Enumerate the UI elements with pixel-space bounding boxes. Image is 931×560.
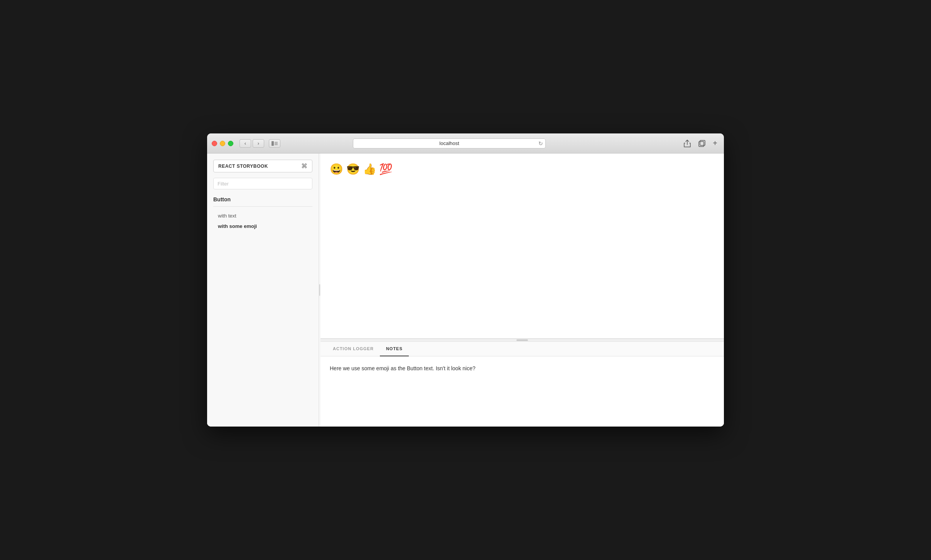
sidebar: REACT STORYBOOK ⌘ Button with text with … bbox=[207, 153, 319, 427]
main-area: 😀 😎 👍 💯 ACTION LOGGER NOTES bbox=[320, 153, 724, 427]
sidebar-resizer[interactable] bbox=[319, 153, 320, 427]
emoji-button[interactable]: 😀 😎 👍 💯 bbox=[330, 163, 393, 175]
back-icon: ‹ bbox=[245, 140, 246, 146]
svg-rect-1 bbox=[275, 142, 278, 143]
sidebar-toggle-button[interactable] bbox=[269, 139, 280, 148]
bottom-tabs: ACTION LOGGER NOTES bbox=[320, 342, 724, 356]
tab-button[interactable] bbox=[696, 139, 708, 148]
svg-rect-0 bbox=[272, 141, 274, 146]
nav-buttons: ‹ › bbox=[239, 139, 264, 148]
reload-button[interactable]: ↻ bbox=[538, 140, 543, 147]
url-display: localhost bbox=[439, 140, 459, 146]
new-tab-icon: + bbox=[713, 139, 717, 148]
bottom-panel: ACTION LOGGER NOTES Here we use some emo… bbox=[320, 342, 724, 427]
sidebar-toggle-icon bbox=[272, 141, 278, 146]
svg-rect-3 bbox=[275, 144, 278, 145]
forward-button[interactable]: › bbox=[253, 139, 264, 148]
forward-icon: › bbox=[258, 140, 259, 146]
story-item-with-text[interactable]: with text bbox=[213, 211, 312, 221]
emoji-content: 😀 😎 👍 💯 bbox=[330, 163, 393, 175]
resize-indicator bbox=[516, 339, 528, 341]
svg-rect-2 bbox=[275, 143, 278, 144]
title-bar: ‹ › localhost ↻ bbox=[207, 133, 724, 153]
share-icon bbox=[684, 140, 691, 147]
browser-window: ‹ › localhost ↻ bbox=[207, 133, 724, 427]
storybook-label: REACT STORYBOOK bbox=[218, 164, 268, 169]
section-title: Button bbox=[213, 196, 312, 202]
address-bar[interactable]: localhost ↻ bbox=[353, 138, 546, 148]
share-button[interactable] bbox=[681, 139, 693, 148]
resize-handle[interactable] bbox=[320, 339, 724, 342]
traffic-lights bbox=[212, 141, 233, 146]
bottom-content: Here we use some emoji as the Button tex… bbox=[320, 356, 724, 427]
tab-action-logger[interactable]: ACTION LOGGER bbox=[327, 342, 380, 356]
storybook-button[interactable]: REACT STORYBOOK ⌘ bbox=[213, 160, 312, 172]
preview-pane: 😀 😎 👍 💯 bbox=[320, 153, 724, 339]
svg-rect-5 bbox=[700, 140, 705, 145]
maximize-button[interactable] bbox=[228, 141, 233, 146]
minimize-button[interactable] bbox=[220, 141, 225, 146]
story-item-with-emoji[interactable]: with some emoji bbox=[213, 221, 312, 231]
section-divider bbox=[213, 206, 312, 207]
storybook-icon: ⌘ bbox=[301, 162, 307, 170]
toolbar-right: + bbox=[681, 139, 719, 148]
app-content: REACT STORYBOOK ⌘ Button with text with … bbox=[207, 153, 724, 427]
back-button[interactable]: ‹ bbox=[239, 139, 251, 148]
filter-input[interactable] bbox=[213, 178, 312, 189]
tab-notes[interactable]: NOTES bbox=[380, 342, 409, 356]
svg-rect-4 bbox=[699, 142, 704, 147]
tab-icon bbox=[698, 140, 705, 147]
notes-text: Here we use some emoji as the Button tex… bbox=[330, 364, 715, 373]
close-button[interactable] bbox=[212, 141, 217, 146]
new-tab-button[interactable]: + bbox=[711, 139, 719, 148]
